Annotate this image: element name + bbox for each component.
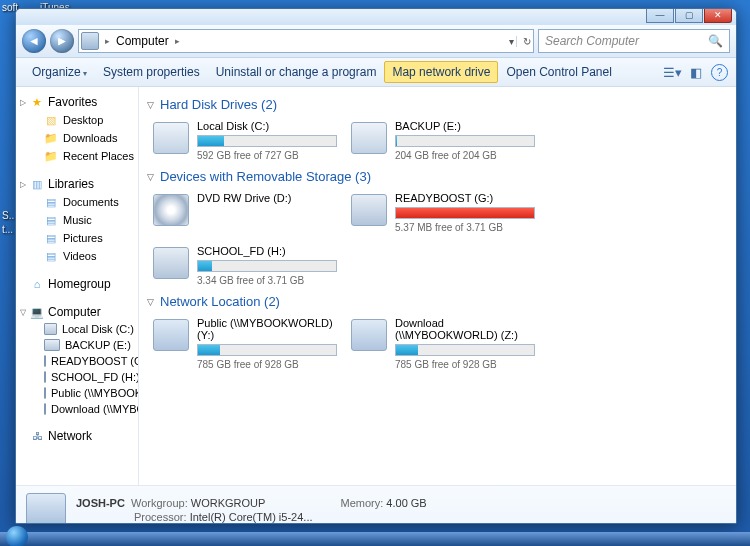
forward-button[interactable]: ► xyxy=(50,29,74,53)
collapse-icon[interactable]: ▽ xyxy=(147,100,154,110)
drive-free-text: 204 GB free of 204 GB xyxy=(395,150,535,161)
nav-computer[interactable]: ▽💻Computer xyxy=(16,303,138,321)
drive-icon xyxy=(351,319,387,351)
nav-item-drive-z[interactable]: Download (\\MYBO xyxy=(16,401,138,417)
nav-item-documents[interactable]: ▤Documents xyxy=(16,193,138,211)
drive-icon xyxy=(44,403,46,415)
nav-item-recent[interactable]: 📁Recent Places xyxy=(16,147,138,165)
view-options-icon[interactable]: ☰▾ xyxy=(663,63,681,81)
taskbar[interactable] xyxy=(0,532,750,546)
nav-favorites[interactable]: ▷★Favorites xyxy=(16,93,138,111)
close-button[interactable]: ✕ xyxy=(704,8,732,23)
address-crumb[interactable]: Computer xyxy=(116,34,169,48)
desktop-shortcut-1[interactable]: t... xyxy=(2,224,13,235)
explorer-window: — ▢ ✕ ◄ ► ▸ Computer ▸ ▾ ↻ Search Comput… xyxy=(15,8,737,524)
memory-label: Memory: xyxy=(341,497,384,509)
drive-item[interactable]: Public (\\MYBOOKWORLD) (Y:)785 GB free o… xyxy=(151,315,339,372)
drive-item[interactable]: READYBOOST (G:)5.37 MB free of 3.71 GB xyxy=(349,190,537,235)
group-network[interactable]: ▽Network Location (2) xyxy=(143,288,728,315)
workgroup-value: WORKGROUP xyxy=(191,497,266,509)
drive-icon xyxy=(153,319,189,351)
libraries-icon: ▥ xyxy=(30,177,44,191)
drive-icon xyxy=(44,387,46,399)
content-pane: ▽Hard Disk Drives (2) Local Disk (C:)592… xyxy=(139,87,736,485)
back-button[interactable]: ◄ xyxy=(22,29,46,53)
nav-bar: ◄ ► ▸ Computer ▸ ▾ ↻ Search Computer 🔍 xyxy=(16,25,736,58)
uninstall-button[interactable]: Uninstall or change a program xyxy=(208,61,385,83)
drive-icon xyxy=(153,194,189,226)
map-network-drive-button[interactable]: Map network drive xyxy=(384,61,498,83)
system-properties-button[interactable]: System properties xyxy=(95,61,208,83)
drive-icon xyxy=(351,122,387,154)
folder-icon: ▤ xyxy=(44,249,58,263)
nav-item-drive-h[interactable]: SCHOOL_FD (H:) xyxy=(16,369,138,385)
capacity-bar xyxy=(395,207,535,219)
drive-item[interactable]: BACKUP (E:)204 GB free of 204 GB xyxy=(349,118,537,163)
drive-free-text: 785 GB free of 928 GB xyxy=(197,359,337,370)
drive-free-text: 5.37 MB free of 3.71 GB xyxy=(395,222,535,233)
computer-icon: 💻 xyxy=(30,305,44,319)
chevron-right-icon[interactable]: ▸ xyxy=(175,36,180,46)
titlebar[interactable]: — ▢ ✕ xyxy=(16,9,736,25)
drive-item[interactable]: Download (\\MYBOOKWORLD) (Z:)785 GB free… xyxy=(349,315,537,372)
group-hdd[interactable]: ▽Hard Disk Drives (2) xyxy=(143,91,728,118)
network-icon: 🖧 xyxy=(30,429,44,443)
search-input[interactable]: Search Computer 🔍 xyxy=(538,29,730,53)
nav-item-desktop[interactable]: ▧Desktop xyxy=(16,111,138,129)
capacity-bar xyxy=(395,135,535,147)
minimize-button[interactable]: — xyxy=(646,8,674,23)
drive-icon xyxy=(44,355,46,367)
drive-icon xyxy=(44,371,46,383)
drive-icon xyxy=(44,323,57,335)
capacity-bar xyxy=(197,260,337,272)
command-bar: Organize System properties Uninstall or … xyxy=(16,58,736,87)
navigation-pane: ▷★Favorites ▧Desktop 📁Downloads 📁Recent … xyxy=(16,87,139,485)
nav-item-videos[interactable]: ▤Videos xyxy=(16,247,138,265)
homegroup-icon: ⌂ xyxy=(30,277,44,291)
drive-item[interactable]: SCHOOL_FD (H:)3.34 GB free of 3.71 GB xyxy=(151,243,339,288)
desktop-icon: ▧ xyxy=(44,113,58,127)
drive-icon xyxy=(153,247,189,279)
folder-icon: ▤ xyxy=(44,213,58,227)
nav-item-drive-c[interactable]: Local Disk (C:) xyxy=(16,321,138,337)
nav-libraries[interactable]: ▷▥Libraries xyxy=(16,175,138,193)
group-removable[interactable]: ▽Devices with Removable Storage (3) xyxy=(143,163,728,190)
address-bar[interactable]: ▸ Computer ▸ ▾ ↻ xyxy=(78,29,534,53)
drive-name: READYBOOST (G:) xyxy=(395,192,535,204)
details-pane: JOSH-PC Workgroup: WORKGROUP Processor: … xyxy=(16,485,736,524)
drive-item[interactable]: DVD RW Drive (D:) xyxy=(151,190,339,235)
capacity-bar xyxy=(197,135,337,147)
drive-icon xyxy=(44,339,60,351)
organize-menu[interactable]: Organize xyxy=(24,61,95,83)
nav-item-pictures[interactable]: ▤Pictures xyxy=(16,229,138,247)
help-icon[interactable]: ? xyxy=(711,64,728,81)
nav-item-drive-y[interactable]: Public (\\MYBOOKW xyxy=(16,385,138,401)
nav-network[interactable]: ▷🖧Network xyxy=(16,427,138,445)
nav-homegroup[interactable]: ▷⌂Homegroup xyxy=(16,275,138,293)
start-button[interactable] xyxy=(6,526,28,546)
address-dropdown-icon[interactable]: ▾ xyxy=(509,36,514,47)
folder-icon: 📁 xyxy=(44,149,58,163)
nav-item-drive-e[interactable]: BACKUP (E:) xyxy=(16,337,138,353)
collapse-icon[interactable]: ▽ xyxy=(147,297,154,307)
chevron-right-icon[interactable]: ▸ xyxy=(105,36,110,46)
nav-item-downloads[interactable]: 📁Downloads xyxy=(16,129,138,147)
drive-name: Public (\\MYBOOKWORLD) (Y:) xyxy=(197,317,337,341)
collapse-icon[interactable]: ▽ xyxy=(147,172,154,182)
processor-value: Intel(R) Core(TM) i5-24... xyxy=(190,511,313,523)
drive-name: SCHOOL_FD (H:) xyxy=(197,245,337,257)
folder-icon: 📁 xyxy=(44,131,58,145)
drive-free-text: 785 GB free of 928 GB xyxy=(395,359,535,370)
memory-value: 4.00 GB xyxy=(386,497,426,509)
nav-item-music[interactable]: ▤Music xyxy=(16,211,138,229)
preview-pane-icon[interactable]: ◧ xyxy=(687,63,705,81)
search-icon[interactable]: 🔍 xyxy=(708,34,723,48)
refresh-icon[interactable]: ↻ xyxy=(516,36,531,47)
open-control-panel-button[interactable]: Open Control Panel xyxy=(498,61,619,83)
drive-icon xyxy=(153,122,189,154)
folder-icon: ▤ xyxy=(44,231,58,245)
computer-large-icon xyxy=(26,493,66,524)
drive-item[interactable]: Local Disk (C:)592 GB free of 727 GB xyxy=(151,118,339,163)
nav-item-drive-g[interactable]: READYBOOST (G:) xyxy=(16,353,138,369)
maximize-button[interactable]: ▢ xyxy=(675,8,703,23)
